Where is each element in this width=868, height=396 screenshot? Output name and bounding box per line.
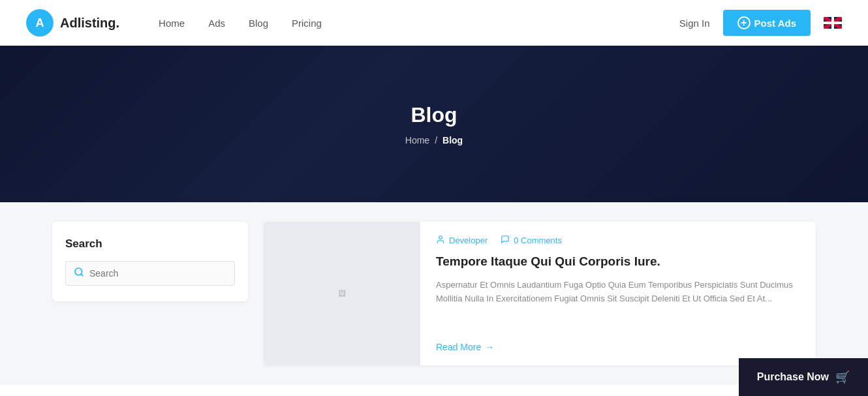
logo-icon: A xyxy=(26,9,54,37)
main-content: Search 🖼 xyxy=(0,202,868,385)
blog-post-image: 🖼 xyxy=(264,222,420,365)
navbar: A Adlisting. Home Ads Blog Pricing Sign … xyxy=(0,0,868,46)
hero-title: Blog xyxy=(411,103,457,127)
post-ads-button[interactable]: + Post Ads xyxy=(723,10,811,36)
blog-post-excerpt: Aspernatur Et Omnis Laudantium Fuga Opti… xyxy=(436,278,800,333)
breadcrumb-home[interactable]: Home xyxy=(405,135,429,145)
language-flag-icon[interactable] xyxy=(824,17,842,29)
cart-icon: 🛒 xyxy=(835,370,850,384)
user-icon xyxy=(436,235,445,246)
blog-author-meta: Developer xyxy=(436,235,488,246)
blog-post-content: Developer 0 Comments Tempore Itaque Qui … xyxy=(420,222,816,365)
svg-line-1 xyxy=(81,274,83,276)
sidebar-extra-widget xyxy=(52,312,248,364)
comment-icon xyxy=(501,235,510,246)
blog-comments-meta: 0 Comments xyxy=(501,235,562,246)
sign-in-link[interactable]: Sign In xyxy=(679,18,710,29)
blog-author: Developer xyxy=(449,236,488,245)
search-widget: Search xyxy=(52,222,248,301)
search-icon xyxy=(74,267,84,280)
arrow-right-icon: → xyxy=(485,342,494,352)
nav-ads[interactable]: Ads xyxy=(208,18,225,29)
blog-post-title: Tempore Itaque Qui Qui Corporis Iure. xyxy=(436,254,800,270)
logo-text: Adlisting. xyxy=(60,16,119,31)
nav-blog[interactable]: Blog xyxy=(249,18,268,29)
image-placeholder: 🖼 xyxy=(338,289,346,298)
nav-home[interactable]: Home xyxy=(159,18,185,29)
breadcrumb-current: Blog xyxy=(442,135,463,145)
nav-links: Home Ads Blog Pricing xyxy=(159,18,679,29)
purchase-now-button[interactable]: Purchase Now 🛒 xyxy=(739,358,868,385)
sidebar: Search xyxy=(52,222,248,365)
breadcrumb: Home / Blog xyxy=(405,135,463,145)
nav-pricing[interactable]: Pricing xyxy=(292,18,322,29)
breadcrumb-separator: / xyxy=(435,135,437,145)
blog-post-meta: Developer 0 Comments xyxy=(436,235,800,246)
plus-icon: + xyxy=(737,16,751,29)
hero-section: Blog Home / Blog xyxy=(0,46,868,202)
nav-right: Sign In + Post Ads xyxy=(679,10,842,36)
blog-comments-count: 0 Comments xyxy=(514,236,562,245)
svg-point-2 xyxy=(439,236,442,239)
read-more-link[interactable]: Read More → xyxy=(436,342,800,352)
search-input[interactable] xyxy=(89,268,226,279)
search-box xyxy=(65,261,235,286)
search-widget-title: Search xyxy=(65,237,235,251)
blog-post-card: 🖼 Developer xyxy=(264,222,816,365)
blog-posts-area: 🖼 Developer xyxy=(264,222,816,365)
